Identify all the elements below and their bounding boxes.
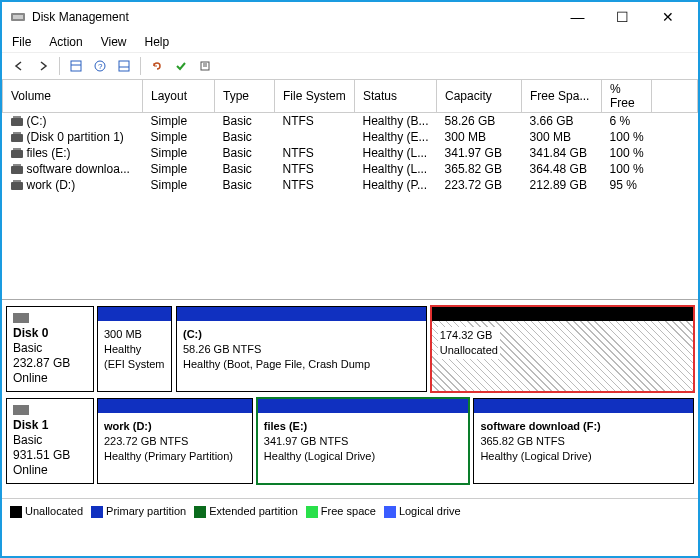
svg-rect-6 <box>119 61 129 71</box>
toolbar: ? <box>2 52 698 80</box>
disk0-size: 232.87 GB <box>13 356 87 370</box>
disk1-type: Basic <box>13 433 87 447</box>
menu-help[interactable]: Help <box>145 35 170 49</box>
col-layout[interactable]: Layout <box>143 80 215 113</box>
commit-icon[interactable] <box>170 55 192 77</box>
disk0-status: Online <box>13 371 87 385</box>
view-bottom-icon[interactable] <box>113 55 135 77</box>
legend: Unallocated Primary partition Extended p… <box>2 498 698 524</box>
disk1-label: Disk 1 <box>13 418 87 432</box>
col-fs[interactable]: File System <box>275 80 355 113</box>
disk-map: Disk 0 Basic 232.87 GB Online 300 MBHeal… <box>2 300 698 498</box>
menu-view[interactable]: View <box>101 35 127 49</box>
forward-button[interactable] <box>32 55 54 77</box>
col-type[interactable]: Type <box>215 80 275 113</box>
volume-icon <box>11 134 23 142</box>
disk-row-0: Disk 0 Basic 232.87 GB Online 300 MBHeal… <box>6 306 694 392</box>
disk0-label: Disk 0 <box>13 326 87 340</box>
disk1-part2[interactable]: files (E:)341.97 GB NTFSHealthy (Logical… <box>257 398 470 484</box>
volume-icon <box>11 118 23 126</box>
col-volume[interactable]: Volume <box>3 80 143 113</box>
close-button[interactable]: ✕ <box>645 3 690 31</box>
svg-rect-2 <box>71 61 81 71</box>
legend-free: Free space <box>321 505 376 517</box>
disk0-unallocated[interactable]: 174.32 GBUnallocated <box>431 306 694 392</box>
table-row[interactable]: files (E:)SimpleBasicNTFSHealthy (L...34… <box>3 145 698 161</box>
table-row[interactable]: (C:)SimpleBasicNTFSHealthy (B...58.26 GB… <box>3 113 698 130</box>
menubar: File Action View Help <box>2 32 698 52</box>
table-row[interactable]: (Disk 0 partition 1)SimpleBasicHealthy (… <box>3 129 698 145</box>
col-capacity[interactable]: Capacity <box>437 80 522 113</box>
back-button[interactable] <box>8 55 30 77</box>
help-icon[interactable]: ? <box>89 55 111 77</box>
disk0-info[interactable]: Disk 0 Basic 232.87 GB Online <box>6 306 94 392</box>
disk1-size: 931.51 GB <box>13 448 87 462</box>
view-top-icon[interactable] <box>65 55 87 77</box>
disk0-part1[interactable]: 300 MBHealthy (EFI System <box>97 306 172 392</box>
disk-icon <box>13 405 29 415</box>
col-pct[interactable]: % Free <box>602 80 652 113</box>
svg-text:?: ? <box>98 62 103 71</box>
maximize-button[interactable]: ☐ <box>600 3 645 31</box>
disk-row-1: Disk 1 Basic 931.51 GB Online work (D:)2… <box>6 398 694 484</box>
disk1-info[interactable]: Disk 1 Basic 931.51 GB Online <box>6 398 94 484</box>
col-spacer <box>652 80 698 113</box>
minimize-button[interactable]: — <box>555 3 600 31</box>
properties-icon[interactable] <box>194 55 216 77</box>
legend-primary: Primary partition <box>106 505 186 517</box>
table-row[interactable]: software downloa...SimpleBasicNTFSHealth… <box>3 161 698 177</box>
menu-file[interactable]: File <box>12 35 31 49</box>
app-icon <box>10 9 26 25</box>
disk1-part1[interactable]: work (D:)223.72 GB NTFSHealthy (Primary … <box>97 398 253 484</box>
volume-icon <box>11 182 23 190</box>
titlebar: Disk Management — ☐ ✕ <box>2 2 698 32</box>
legend-unallocated: Unallocated <box>25 505 83 517</box>
window-title: Disk Management <box>32 10 555 24</box>
table-row[interactable]: work (D:)SimpleBasicNTFSHealthy (P...223… <box>3 177 698 193</box>
disk-icon <box>13 313 29 323</box>
volume-icon <box>11 166 23 174</box>
disk0-part2[interactable]: (C:)58.26 GB NTFSHealthy (Boot, Page Fil… <box>176 306 427 392</box>
disk0-type: Basic <box>13 341 87 355</box>
volume-list[interactable]: Volume Layout Type File System Status Ca… <box>2 80 698 300</box>
disk1-status: Online <box>13 463 87 477</box>
legend-logical: Logical drive <box>399 505 461 517</box>
refresh-icon[interactable] <box>146 55 168 77</box>
volume-icon <box>11 150 23 158</box>
svg-rect-1 <box>13 15 23 19</box>
col-status[interactable]: Status <box>355 80 437 113</box>
menu-action[interactable]: Action <box>49 35 82 49</box>
legend-extended: Extended partition <box>209 505 298 517</box>
col-free[interactable]: Free Spa... <box>522 80 602 113</box>
disk1-part3[interactable]: software download (F:)365.82 GB NTFSHeal… <box>473 398 694 484</box>
